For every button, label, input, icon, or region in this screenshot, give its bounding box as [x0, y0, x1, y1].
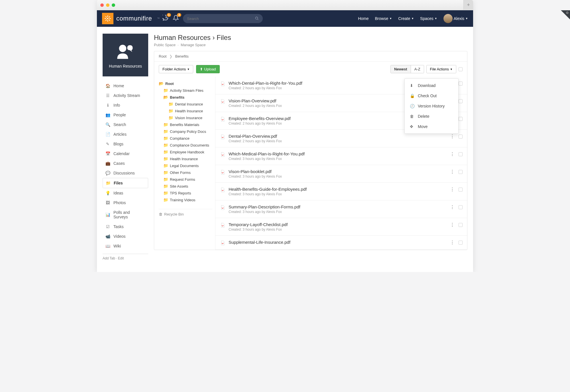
file-row[interactable]: Summary-Plan-Description-Forms.pdfCreate…: [215, 200, 467, 218]
folder-icon: 📁: [163, 143, 168, 147]
tree-folder[interactable]: 📁Request Forms: [159, 176, 212, 183]
tree-folder[interactable]: 📁Site Assets: [159, 183, 212, 190]
sidebar-item-ideas[interactable]: 💡Ideas: [103, 188, 148, 198]
sidebar-item-info[interactable]: ℹInfo: [103, 100, 148, 110]
tree-folder[interactable]: 📁Health Insurance: [159, 107, 212, 114]
tree-folder[interactable]: 📁Training Videos: [159, 196, 212, 203]
wiki-icon: 📖: [105, 244, 110, 248]
file-kebab[interactable]: ⋮: [449, 222, 456, 228]
file-meta: Created: 3 hours ago by Alexis Fox: [229, 174, 445, 178]
file-kebab[interactable]: ⋮: [449, 169, 456, 174]
space-card[interactable]: Human Resources: [103, 34, 148, 76]
nav-user[interactable]: Alexis ▼: [443, 14, 468, 23]
folder-actions-button[interactable]: Folder Actions ▼: [159, 65, 193, 73]
file-kebab[interactable]: ⋮: [449, 151, 456, 157]
brand-logo[interactable]: [102, 13, 113, 24]
window-minimize-dot[interactable]: [106, 3, 109, 7]
sidebar-item-discussions[interactable]: 💬Discussions: [103, 168, 148, 178]
tree-folder[interactable]: 📁TPS Reports: [159, 190, 212, 196]
sidebar-item-people[interactable]: 👥People: [103, 110, 148, 120]
sidebar-item-articles[interactable]: 📄Articles: [103, 129, 148, 139]
menu-check-out[interactable]: 🔒Check Out: [405, 91, 458, 101]
sidebar-item-cases[interactable]: 💼Cases: [103, 159, 148, 168]
tree-folder[interactable]: 📁Activity Stream Files: [159, 87, 212, 94]
tree-folder[interactable]: 📂Benefits: [159, 94, 212, 101]
menu-delete[interactable]: 🗑Delete: [405, 111, 458, 121]
sidebar-item-label: Articles: [113, 132, 127, 137]
file-checkbox[interactable]: [459, 99, 463, 103]
file-kebab[interactable]: ⋮: [449, 204, 456, 210]
select-all-checkbox[interactable]: [459, 67, 463, 71]
file-checkbox[interactable]: [459, 117, 463, 121]
file-checkbox[interactable]: [459, 82, 463, 86]
menu-download[interactable]: ⬇Download: [405, 80, 458, 91]
file-checkbox[interactable]: [459, 152, 463, 156]
edit-tabs-link[interactable]: Edit: [118, 256, 124, 260]
file-row[interactable]: Which-Medical-Plan-is-Right-for-You.pdfC…: [215, 147, 467, 165]
sidebar-item-files[interactable]: 📁Files: [103, 178, 148, 188]
file-checkbox[interactable]: [459, 170, 463, 174]
sidebar-item-blogs[interactable]: ✎Blogs: [103, 139, 148, 149]
folder-label: TPS Reports: [170, 191, 191, 195]
file-row[interactable]: Vison-Plan-booklet.pdfCreated: 3 hours a…: [215, 165, 467, 183]
file-checkbox[interactable]: [459, 205, 463, 209]
top-nav: communifire™ 1 3 Home Browse ▼ Create ▼ …: [97, 10, 473, 27]
sidebar-item-calendar[interactable]: 📅Calendar: [103, 149, 148, 159]
tree-folder[interactable]: 📁Company Policy Docs: [159, 128, 212, 135]
menu-version-history[interactable]: 🕘Version History: [405, 101, 458, 111]
sidebar-item-polls-and-surveys[interactable]: 📊Polls and Surveys: [103, 208, 148, 222]
window-zoom-dot[interactable]: [112, 3, 115, 7]
sidebar-item-tasks[interactable]: ☑Tasks: [103, 222, 148, 231]
tree-folder[interactable]: 📁Compliance Documents: [159, 142, 212, 149]
search-bar[interactable]: [183, 14, 263, 23]
file-actions-button[interactable]: File Actions ▼: [426, 65, 456, 73]
menu-move[interactable]: ✥Move: [405, 121, 458, 132]
messages-icon[interactable]: 1: [162, 15, 169, 23]
tree-root[interactable]: 📂 Root: [159, 80, 212, 87]
tree-folder[interactable]: 📁Dental Insurance: [159, 101, 212, 107]
recycle-bin[interactable]: 🗑 Recycle Bin: [159, 209, 212, 216]
alerts-icon[interactable]: 3: [173, 15, 179, 23]
tree-folder[interactable]: 📁Other Forms: [159, 169, 212, 176]
tree-folder[interactable]: 📁Vision Insurance: [159, 114, 212, 121]
brand-name[interactable]: communifire: [116, 15, 152, 22]
sidebar-item-home[interactable]: 🏠Home: [103, 81, 148, 91]
sidebar-item-videos[interactable]: 📹Videos: [103, 231, 148, 241]
upload-button[interactable]: ⬆Upload: [196, 65, 219, 73]
file-row[interactable]: Health-Benefits-Guide-for-Employees.pdfC…: [215, 183, 467, 200]
crumb-root[interactable]: Root: [159, 54, 166, 58]
people-icon: [114, 42, 137, 62]
file-checkbox[interactable]: [459, 135, 463, 139]
file-row[interactable]: Supplemental-Life-Insurance.pdf⋮: [215, 236, 467, 250]
manage-space-link[interactable]: Manage Space: [181, 43, 205, 47]
file-checkbox[interactable]: [459, 188, 463, 192]
new-tab-button[interactable]: +: [463, 0, 473, 10]
file-kebab[interactable]: ⋮: [449, 187, 456, 192]
nav-browse[interactable]: Browse ▼: [375, 16, 392, 21]
blog-icon: ✎: [105, 142, 110, 146]
messages-badge: 1: [167, 13, 171, 17]
tree-folder[interactable]: 📁Legal Documents: [159, 162, 212, 169]
sidebar-item-wiki[interactable]: 📖Wiki: [103, 241, 148, 251]
window-close-dot[interactable]: [100, 3, 104, 7]
file-kebab[interactable]: ⋮: [449, 134, 456, 139]
file-row[interactable]: Temporary-Layoff-Checklist.pdfCreated: 3…: [215, 218, 467, 236]
sidebar-item-search[interactable]: 🔍Search: [103, 120, 148, 129]
file-checkbox[interactable]: [459, 241, 463, 245]
file-checkbox[interactable]: [459, 223, 463, 227]
nav-create[interactable]: Create ▼: [398, 16, 414, 21]
nav-spaces[interactable]: Spaces ▼: [420, 16, 437, 21]
sort-newest[interactable]: Newest: [391, 65, 411, 73]
add-tab-link[interactable]: Add Tab: [103, 256, 115, 260]
sidebar-item-activity-stream[interactable]: ☰Activity Stream: [103, 91, 148, 100]
nav-home[interactable]: Home: [358, 16, 369, 21]
search-input[interactable]: [187, 17, 255, 21]
sidebar-item-photos[interactable]: 🖼Photos: [103, 198, 148, 208]
sidebar-item-label: Videos: [113, 234, 126, 239]
tree-folder[interactable]: 📁Compliance: [159, 135, 212, 142]
file-kebab[interactable]: ⋮: [449, 240, 456, 245]
tree-folder[interactable]: 📁Employee Handbook: [159, 149, 212, 155]
tree-folder[interactable]: 📁Health Insurance: [159, 155, 212, 162]
sort-az[interactable]: A-Z: [411, 65, 424, 73]
tree-folder[interactable]: 📁Benefits Materials: [159, 121, 212, 128]
